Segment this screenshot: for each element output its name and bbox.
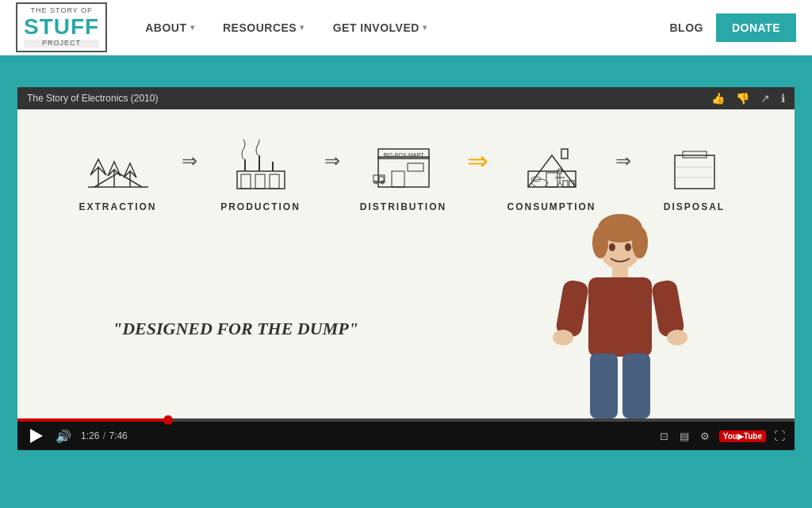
lifecycle-production: PRODUCTION (197, 133, 324, 212)
logo-stuff: STUFF (24, 15, 99, 40)
consumption-label: CONSUMPTION (508, 201, 596, 212)
svg-rect-5 (241, 174, 251, 189)
progress-fill (17, 418, 168, 422)
production-icon (229, 133, 293, 197)
logo-project: PROJECT (24, 40, 99, 48)
svg-rect-41 (588, 277, 652, 357)
svg-point-48 (609, 243, 615, 251)
share-icon[interactable]: ↗ (760, 92, 770, 105)
video-top-bar: The Story of Electronics (2010) 👍 👎 ↗ ℹ (17, 87, 795, 109)
extraction-label: EXTRACTION (79, 201, 157, 212)
time-total: 7:46 (109, 430, 127, 441)
svg-line-31 (560, 182, 563, 187)
play-icon (30, 429, 43, 443)
quality-icon[interactable]: ▤ (678, 429, 691, 444)
donate-button[interactable]: DONATE (716, 13, 796, 42)
svg-rect-43 (650, 279, 685, 338)
info-icon[interactable]: ℹ (781, 92, 785, 105)
progress-bar[interactable] (17, 418, 795, 422)
svg-text:BIG-BOX-MART: BIG-BOX-MART (383, 152, 424, 158)
svg-rect-42 (555, 279, 590, 338)
thumbs-down-icon[interactable]: 👎 (736, 92, 749, 105)
svg-rect-25 (563, 181, 568, 187)
volume-icon[interactable]: 🔊 (56, 429, 71, 444)
time-current: 1:26 (81, 430, 99, 441)
video-player: The Story of Electronics (2010) 👍 👎 ↗ ℹ (17, 87, 795, 450)
svg-point-39 (632, 227, 648, 258)
progress-handle[interactable] (163, 415, 173, 425)
svg-rect-14 (392, 171, 404, 187)
svg-rect-15 (408, 163, 423, 171)
nav-about[interactable]: ABOUT ▾ (131, 0, 209, 55)
navbar: THE STORY OF STUFF PROJECT ABOUT ▾ RESOU… (0, 0, 812, 55)
dump-quote: "DESIGNED FOR THE DUMP" (113, 319, 358, 339)
lifecycle-extraction: EXTRACTION (55, 133, 182, 212)
arrow-1: ⇒ (182, 150, 197, 172)
blog-link[interactable]: BLOG (669, 21, 703, 34)
svg-rect-40 (612, 266, 628, 279)
play-button[interactable] (27, 426, 46, 445)
svg-point-45 (667, 330, 688, 346)
svg-rect-21 (561, 149, 568, 159)
nav-get-involved-label: GET INVOLVED (333, 21, 419, 34)
svg-rect-11 (378, 157, 429, 187)
extraction-icon (86, 133, 150, 197)
chevron-down-icon: ▾ (190, 23, 195, 32)
time-display: 1:26 / 7:46 (81, 430, 128, 441)
lifecycle-consumption: CONSUMPTION (488, 133, 615, 212)
video-top-icons: 👍 👎 ↗ ℹ (711, 92, 785, 105)
svg-rect-20 (528, 171, 576, 187)
settings-icon[interactable]: ⚙ (699, 429, 711, 444)
disposal-label: DISPOSAL (664, 201, 725, 212)
nav-links: ABOUT ▾ RESOURCES ▾ GET INVOLVED ▾ (131, 0, 669, 55)
video-controls: 🔊 1:26 / 7:46 ⊡ ▤ ⚙ You▶Tube ⛶ (17, 418, 795, 450)
nav-about-label: ABOUT (145, 21, 186, 34)
video-title: The Story of Electronics (2010) (27, 93, 158, 104)
arrow-yellow: ⇒ (467, 146, 488, 176)
controls-row: 🔊 1:26 / 7:46 ⊡ ▤ ⚙ You▶Tube ⛶ (17, 422, 795, 450)
production-label: PRODUCTION (220, 201, 301, 212)
teal-banner (0, 55, 812, 78)
nav-resources[interactable]: RESOURCES ▾ (209, 0, 319, 55)
svg-point-38 (592, 227, 608, 258)
fullscreen-icon[interactable]: ⛶ (774, 430, 785, 442)
time-separator: / (103, 430, 109, 441)
svg-rect-33 (683, 151, 707, 158)
svg-rect-22 (546, 173, 557, 187)
nav-resources-label: RESOURCES (223, 21, 297, 34)
chevron-down-icon: ▾ (423, 23, 427, 32)
main-content: The Story of Electronics (2010) 👍 👎 ↗ ℹ (0, 78, 812, 450)
consumption-icon (520, 133, 584, 197)
svg-rect-32 (675, 155, 714, 189)
svg-rect-7 (270, 174, 279, 189)
chevron-down-icon: ▾ (300, 23, 304, 32)
lifecycle-disposal: DISPOSAL (631, 133, 758, 212)
disposal-icon (663, 133, 726, 197)
controls-left: 🔊 1:26 / 7:46 (27, 426, 128, 445)
thumbs-up-icon[interactable]: 👍 (711, 92, 725, 105)
video-frame: EXTRACTION ⇒ (17, 109, 795, 418)
svg-rect-47 (622, 353, 650, 418)
nav-right: BLOG DONATE (669, 13, 796, 42)
distribution-label: DISTRIBUTION (360, 201, 446, 212)
svg-point-44 (553, 330, 573, 346)
arrow-2: ⇒ (324, 150, 340, 172)
lifecycle-distribution: BIG-BOX-MART DISTRIBUTION (340, 133, 467, 212)
presenter-figure (541, 212, 699, 418)
nav-get-involved[interactable]: GET INVOLVED ▾ (319, 0, 442, 55)
arrow-4: ⇒ (615, 150, 631, 172)
distribution-icon: BIG-BOX-MART (372, 133, 435, 197)
lifecycle-strip: EXTRACTION ⇒ (17, 133, 795, 212)
captions-icon[interactable]: ⊡ (658, 429, 670, 444)
logo[interactable]: THE STORY OF STUFF PROJECT (16, 2, 107, 52)
svg-rect-4 (237, 171, 285, 189)
svg-point-49 (625, 243, 631, 251)
controls-right: ⊡ ▤ ⚙ You▶Tube ⛶ (658, 429, 785, 444)
svg-rect-46 (590, 353, 618, 418)
svg-rect-6 (255, 174, 265, 189)
youtube-logo[interactable]: You▶Tube (719, 430, 766, 442)
